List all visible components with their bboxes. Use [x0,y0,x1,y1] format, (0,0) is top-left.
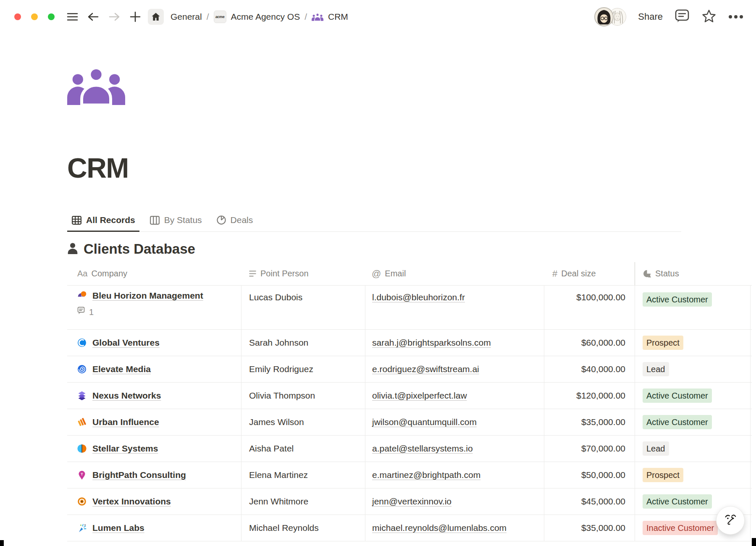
company-cell[interactable]: Global Ventures [67,330,241,356]
company-cell[interactable]: Elevate Media [67,356,241,382]
status-badge[interactable]: Prospect [643,468,683,482]
company-page-link[interactable]: Stellar Systems [92,444,158,454]
status-badge[interactable]: Lead [643,441,669,456]
deal-size-cell[interactable]: $50,000.00 [544,462,635,488]
database-title[interactable]: Clients Database [84,241,195,257]
column-header-email[interactable]: @ Email [365,262,544,285]
email-link[interactable]: l.dubois@bleuhorizon.fr [372,292,465,302]
status-cell[interactable]: Prospect [635,462,751,488]
forward-button[interactable] [106,8,123,25]
email-cell[interactable]: sarah.j@brightsparksolns.com [365,330,544,356]
deal-size-cell[interactable]: $45,000.00 [544,488,635,514]
comments-button[interactable] [675,9,690,25]
page-title[interactable]: CRM [67,152,752,184]
deal-size-cell[interactable]: $60,000.00 [544,330,635,356]
notion-ai-button[interactable] [716,506,745,535]
tab-deals[interactable]: Deals [212,211,257,232]
minimize-window-button[interactable] [31,13,38,20]
breadcrumb-page[interactable]: CRM [328,12,348,22]
company-cell[interactable]: Vertex Innovations [67,488,241,514]
company-page-link[interactable]: Nexus Networks [92,391,161,401]
column-header-deal-size[interactable]: # Deal size [544,262,635,285]
status-badge[interactable]: Active Customer [643,292,712,307]
point-person-cell[interactable]: Jenn Whitmore [241,488,365,514]
point-person-cell[interactable]: Olivia Thompson [241,383,365,409]
home-button[interactable] [148,9,164,25]
email-cell[interactable]: jenn@vertexinnov.io [365,488,544,514]
share-button[interactable]: Share [638,11,663,22]
status-cell[interactable]: Lead [635,436,751,462]
collaborator-avatars[interactable] [594,7,626,26]
company-page-link[interactable]: Global Ventures [92,338,160,348]
status-badge[interactable]: Prospect [643,336,683,350]
point-person-cell[interactable]: Michael Reynolds [241,515,365,541]
back-button[interactable] [85,8,102,25]
status-cell[interactable]: Prospect [635,330,751,356]
new-tab-button[interactable] [127,8,144,25]
company-cell[interactable]: Lumen Labs [67,515,241,541]
deal-size-cell[interactable]: $120,000.00 [544,383,635,409]
email-link[interactable]: sarah.j@brightsparksolns.com [372,338,491,348]
status-badge[interactable]: Active Customer [643,388,712,403]
breadcrumb-general[interactable]: General [171,12,202,22]
company-cell[interactable]: Stellar Systems [67,436,241,462]
comment-indicator[interactable]: 1 [77,307,203,318]
email-link[interactable]: jenn@vertexinnov.io [372,496,452,507]
company-page-link[interactable]: Lumen Labs [92,523,144,533]
status-badge[interactable]: Lead [643,362,669,376]
email-cell[interactable]: michael.reynolds@lumenlabs.com [365,515,544,541]
email-link[interactable]: jwilson@quantumquill.com [372,417,477,427]
status-cell[interactable]: Lead [635,356,751,382]
email-link[interactable]: e.martinez@brightpath.com [372,470,480,480]
status-cell[interactable]: Active Customer [635,286,751,329]
email-cell[interactable]: e.rodriguez@swiftstream.ai [365,356,544,382]
deal-size-cell[interactable]: $100,000.00 [544,286,635,329]
company-cell[interactable]: Nexus Networks [67,383,241,409]
company-page-link[interactable]: Bleu Horizon Management [92,291,203,301]
column-header-point-person[interactable]: Point Person [241,262,365,285]
status-cell[interactable]: Active Customer [635,383,751,409]
company-page-link[interactable]: Urban Influence [92,417,159,427]
email-link[interactable]: e.rodriguez@swiftstream.ai [372,364,479,374]
company-page-link[interactable]: BrightPath Consulting [92,470,186,480]
deal-size-cell[interactable]: $70,000.00 [544,436,635,462]
email-cell[interactable]: olivia.t@pixelperfect.law [365,383,544,409]
more-options-button[interactable] [728,13,743,21]
company-page-link[interactable]: Elevate Media [92,364,151,374]
status-badge[interactable]: Active Customer [643,494,712,509]
email-link[interactable]: michael.reynolds@lumenlabs.com [372,523,507,533]
email-cell[interactable]: e.martinez@brightpath.com [365,462,544,488]
email-cell[interactable]: l.dubois@bleuhorizon.fr [365,286,544,329]
point-person-cell[interactable]: Aisha Patel [241,436,365,462]
sidebar-menu-button[interactable] [64,8,81,25]
company-cell[interactable]: TBrightPath Consulting [67,462,241,488]
email-cell[interactable]: a.patel@stellarsystems.io [365,436,544,462]
deal-size-cell[interactable]: $35,000.00 [544,409,635,435]
column-header-company[interactable]: Aa Company [67,262,241,285]
email-link[interactable]: a.patel@stellarsystems.io [372,444,473,454]
breadcrumb-workspace[interactable]: Acme Agency OS [231,12,300,22]
tab-all-records[interactable]: All Records [67,211,139,232]
status-cell[interactable]: Active Customer [635,409,751,435]
point-person-cell[interactable]: Sarah Johnson [241,330,365,356]
people-group-icon[interactable] [67,66,125,105]
email-link[interactable]: olivia.t@pixelperfect.law [372,391,467,401]
avatar[interactable] [594,7,614,26]
company-cell[interactable]: Bleu Horizon Management1 [67,286,241,329]
email-cell[interactable]: jwilson@quantumquill.com [365,409,544,435]
close-window-button[interactable] [14,13,21,20]
deal-size-cell[interactable]: $40,000.00 [544,356,635,382]
favorite-star-icon[interactable] [701,9,717,25]
status-badge[interactable]: Inactive Customer [643,521,718,535]
company-cell[interactable]: Urban Influence [67,409,241,435]
column-header-status[interactable]: Status [635,262,751,285]
tab-by-status[interactable]: By Status [145,211,206,232]
point-person-cell[interactable]: Lucas Dubois [241,286,365,329]
point-person-cell[interactable]: James Wilson [241,409,365,435]
point-person-cell[interactable]: Emily Rodriguez [241,356,365,382]
company-page-link[interactable]: Vertex Innovations [92,496,171,507]
point-person-cell[interactable]: Elena Martinez [241,462,365,488]
deal-size-cell[interactable]: $35,000.00 [544,515,635,541]
status-badge[interactable]: Active Customer [643,415,712,429]
zoom-window-button[interactable] [48,13,55,20]
